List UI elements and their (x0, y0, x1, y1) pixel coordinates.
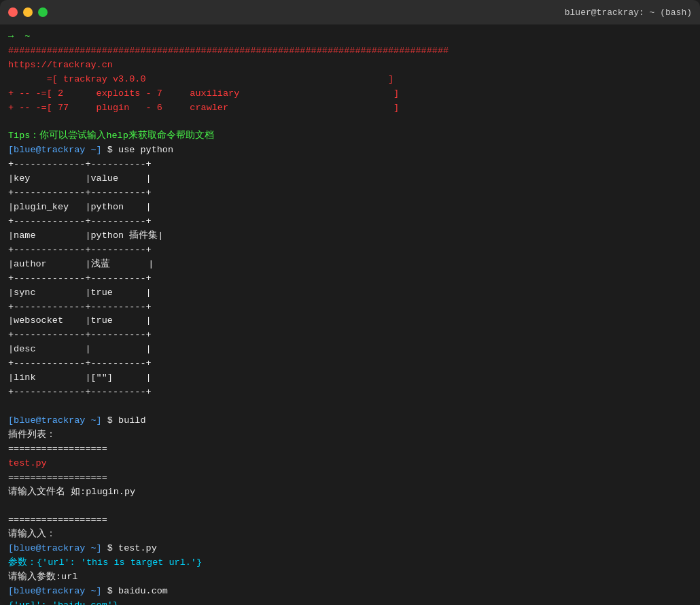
version-line: =[ trackray v3.0.0 ] (8, 73, 692, 87)
test-py-filename: test.py (8, 457, 692, 471)
table-sep-6: +-------------+----------+ (8, 300, 692, 315)
prompt-use-python: [blue@trackray ~] $ use python (8, 143, 692, 158)
table-sep-8: +-------------+----------+ (8, 357, 692, 371)
params-line: 参数：{'url': 'this is target url.'} (8, 556, 692, 570)
arrow-line: → ~ (8, 30, 692, 44)
url-line: https://trackray.cn (8, 58, 692, 73)
plugin-list-label: 插件列表： (8, 428, 692, 443)
close-button[interactable] (8, 7, 18, 17)
hash-line: ########################################… (8, 44, 692, 58)
table-row-name: |name |python 插件集| (8, 229, 692, 243)
separator-2: ================== (8, 471, 692, 485)
table-row-link: |link |[""] | (8, 371, 692, 385)
table-sep-1: +-------------+----------+ (8, 158, 692, 172)
table-sep-5: +-------------+----------+ (8, 272, 692, 286)
input-param-url: 请输入参数:url (8, 570, 692, 585)
plugin-line: + -- -=[ 77 plugin - 6 crawler ] (8, 101, 692, 116)
prompt-build: [blue@trackray ~] $ build (8, 414, 692, 428)
table-sep-2: +-------------+----------+ (8, 186, 692, 201)
titlebar: bluer@trackray: ~ (bash) (0, 0, 700, 24)
exploits-line: + -- -=[ 2 exploits - 7 auxiliary ] (8, 87, 692, 101)
maximize-button[interactable] (38, 7, 48, 17)
table-sep-9: +-------------+----------+ (8, 385, 692, 400)
table-row-websocket: |websocket |true | (8, 314, 692, 328)
input-prompt-input: 请输入入： (8, 528, 692, 542)
prompt-baidu: [blue@trackray ~] $ baidu.com (8, 585, 692, 599)
prompt-test-py: [blue@trackray ~] $ test.py (8, 542, 692, 556)
blank-3 (8, 499, 692, 513)
traffic-lights (8, 7, 48, 17)
terminal-body[interactable]: → ~ ####################################… (0, 24, 700, 605)
table-row-desc: |desc | | (8, 343, 692, 357)
separator-1: ================== (8, 443, 692, 457)
terminal-window: bluer@trackray: ~ (bash) → ~ ###########… (0, 0, 700, 605)
table-sep-3: +-------------+----------+ (8, 215, 692, 229)
table-row-author: |author |浅蓝 | (8, 258, 692, 272)
window-title: bluer@trackray: ~ (bash) (565, 7, 692, 18)
table-row-sync: |sync |true | (8, 286, 692, 300)
blank-2 (8, 400, 692, 414)
table-row-key: |key |value | (8, 172, 692, 186)
result-dict-line: {'url': 'baidu.com'} (8, 599, 692, 605)
table-row-plugin-key: |plugin_key |python | (8, 201, 692, 215)
tips-line: Tips：你可以尝试输入help来获取命令帮助文档 (8, 129, 692, 143)
minimize-button[interactable] (23, 7, 33, 17)
blank-1 (8, 116, 692, 130)
input-prompt-filename: 请输入文件名 如:plugin.py (8, 485, 692, 500)
table-sep-7: +-------------+----------+ (8, 328, 692, 343)
separator-3: ================== (8, 513, 692, 528)
table-sep-4: +-------------+----------+ (8, 243, 692, 258)
